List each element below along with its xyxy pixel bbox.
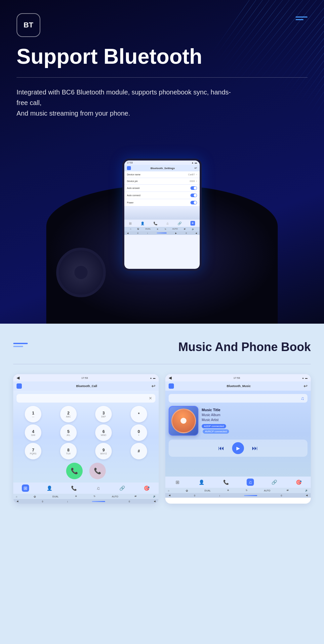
music-nav-target[interactable]: 🎯 — [295, 479, 302, 486]
menu-icon[interactable] — [296, 17, 307, 20]
call-sys-cycle[interactable]: ↻ — [94, 495, 96, 498]
music-nav-music[interactable]: ♫ — [247, 479, 254, 486]
call-ctrl-back[interactable]: ◀ — [17, 500, 18, 503]
call-ctrl-temp: ↕ — [67, 500, 68, 503]
dial-key-2[interactable]: 2 ABC — [60, 406, 77, 422]
call-nav-music[interactable]: ♫ — [95, 484, 102, 492]
dial-key-5[interactable]: 5 JKL — [60, 424, 77, 441]
ctrl-more[interactable]: ◀ — [195, 232, 197, 234]
music-ctrl-fwd[interactable]: ◀ — [306, 494, 307, 497]
screen-title: Bluetooth_Settings — [150, 167, 175, 170]
screen-toggle-power[interactable] — [190, 201, 197, 204]
call-nav-phone[interactable]: 📞 — [70, 484, 77, 492]
sys-cycle[interactable]: ↻ — [165, 228, 166, 230]
music-sys-snow[interactable]: ❄ — [227, 489, 229, 492]
call-nav-person[interactable]: 👤 — [46, 484, 53, 492]
call-ctrl-zero-l: 0 — [42, 500, 43, 503]
sys-snowflake[interactable]: ❄ — [157, 228, 158, 230]
music-nav-grid[interactable]: ⊞ — [174, 479, 181, 486]
call-nav-link[interactable]: 🔗 — [119, 484, 126, 492]
dial-key-3[interactable]: 3 DEF — [95, 406, 112, 422]
dial-key-6[interactable]: 6 MNO — [95, 424, 112, 441]
dial-sub-5: JKL — [66, 434, 70, 436]
call-signal-icon: ▬ — [153, 377, 155, 379]
music-sys-vol[interactable]: 🔊 — [305, 489, 308, 492]
dial-key-4[interactable]: 4 GHI — [25, 424, 41, 441]
music-sys-power[interactable]: ⏻ — [186, 489, 188, 492]
dial-key-hash[interactable]: # — [131, 443, 147, 459]
prev-button[interactable]: ⏮ — [218, 445, 224, 452]
call-sys-snow[interactable]: ❄ — [75, 495, 77, 498]
svg-line-9 — [240, 11, 324, 155]
screen-time: 17:53 — [127, 161, 133, 164]
ctrl-back[interactable]: ◀ — [127, 232, 129, 234]
dial-key-7[interactable]: 7 PQRS — [25, 443, 41, 459]
nav-grid-icon[interactable]: ⊞ — [129, 222, 132, 225]
music-note-icon[interactable]: ♫ — [301, 396, 304, 401]
call-sys-power[interactable]: ⏻ — [34, 495, 36, 498]
call-home-icon[interactable] — [17, 383, 22, 389]
call-nav-grid[interactable]: ⊞ — [22, 484, 29, 492]
music-home-icon[interactable] — [169, 383, 174, 389]
call-sys-arr[interactable]: ⇄ — [135, 495, 137, 498]
dial-key-1[interactable]: 1 — — [25, 406, 41, 422]
nav-person-icon[interactable]: 👤 — [141, 222, 144, 225]
call-hangup-button[interactable]: 📞 — [89, 463, 106, 479]
screen-toggle-auto-answer[interactable] — [190, 186, 197, 190]
dialer-clear[interactable]: ✕ — [149, 396, 152, 401]
call-sys-home[interactable]: ⌂ — [16, 495, 17, 498]
music-nav-phone[interactable]: 📞 — [222, 479, 229, 486]
screen-header: Bluetooth_Settings ↩ — [124, 165, 200, 171]
call-back-arrow[interactable]: ◀ — [17, 376, 20, 380]
section-menu-line-2 — [13, 346, 23, 347]
music-ctrl-slider[interactable] — [244, 495, 257, 496]
nav-music-icon[interactable]: ♫ — [166, 222, 169, 225]
nav-phone-icon[interactable]: 📞 — [153, 222, 157, 225]
music-ctrl-back[interactable]: ◀ — [169, 494, 170, 497]
call-ctrl-fwd[interactable]: ◀ — [154, 500, 155, 503]
nav-link-icon[interactable]: 🔗 — [178, 222, 182, 225]
music-nav-link[interactable]: 🔗 — [271, 479, 278, 486]
call-sys-vol[interactable]: 🔊 — [153, 495, 156, 498]
music-badges: A2DP connected AVRCP connected — [202, 423, 229, 434]
sys-arrows[interactable]: ⇄ — [184, 228, 185, 230]
dial-sub-0: + — [138, 434, 140, 436]
svg-line-1 — [185, 0, 323, 155]
music-sys-home[interactable]: ⌂ — [168, 489, 169, 492]
sys-power[interactable]: ⏻ — [137, 228, 139, 230]
sys-vol[interactable]: 🔊 — [192, 228, 194, 230]
music-wifi-icon: ▲ — [302, 377, 304, 379]
music-nav-person[interactable]: 👤 — [198, 479, 205, 486]
next-button[interactable]: ⏭ — [252, 445, 258, 452]
music-sys-cycle[interactable]: ↻ — [246, 489, 248, 492]
dial-key-star[interactable]: * — [131, 406, 147, 422]
dial-main-6: 6 — [102, 429, 105, 434]
nav-active-icon[interactable]: 👁 — [190, 221, 195, 226]
music-back-arrow[interactable]: ◀ — [169, 376, 172, 380]
dial-key-9[interactable]: 9 WXYZ — [95, 443, 112, 459]
dial-main-9: 9 — [102, 448, 105, 452]
dial-key-8[interactable]: 8 TUV — [60, 443, 77, 459]
music-album: Music Album — [202, 413, 229, 417]
ctrl-forward[interactable]: ▶ — [175, 232, 177, 234]
menu-line-1 — [296, 17, 307, 18]
section-menu-icon[interactable] — [13, 343, 28, 347]
call-ctrl-slider[interactable] — [92, 501, 105, 502]
music-back-icon[interactable]: ↩ — [304, 383, 307, 389]
screen-outer: 17:53 ▲ ▬ Bluetooth_Settings ↩ — [122, 159, 202, 271]
screen-back-button[interactable]: ↩ — [194, 166, 197, 170]
call-answer-button[interactable]: 📞 — [66, 463, 83, 479]
svg-line-19 — [179, 0, 289, 128]
ctrl-slider[interactable] — [157, 233, 167, 233]
play-button[interactable]: ▶ — [232, 442, 244, 454]
screen-toggle-auto-connect[interactable] — [190, 194, 197, 197]
screen-row-label-power: Power — [127, 201, 134, 204]
sys-home[interactable]: ⌂ — [130, 228, 131, 230]
music-sys-arr[interactable]: ⇄ — [287, 489, 289, 492]
dial-sub-3: DEF — [101, 415, 106, 418]
signal-icon: ▬ — [195, 161, 197, 164]
call-status-icons: ▲ ▬ — [150, 377, 155, 379]
call-back-icon[interactable]: ↩ — [151, 383, 155, 389]
call-nav-target[interactable]: 🎯 — [143, 484, 150, 492]
dial-key-0[interactable]: 0 + — [131, 424, 147, 441]
